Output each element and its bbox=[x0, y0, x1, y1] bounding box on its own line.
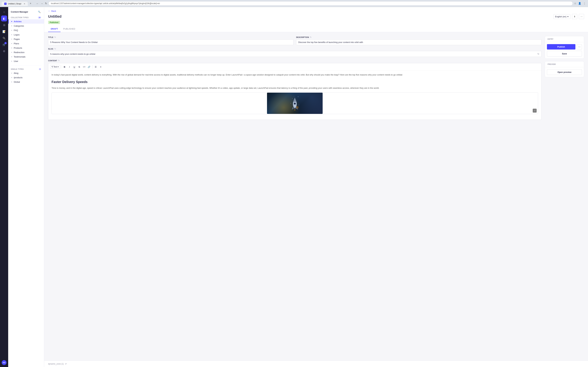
sidebar-icon-media[interactable]: ⊞ bbox=[1, 22, 7, 28]
editor-heading1: Faster Delivery Speeds bbox=[52, 79, 538, 84]
active-tab[interactable]: S Untitled | Strapi ✕ bbox=[2, 2, 28, 6]
sidebar-item-logos[interactable]: Logos bbox=[8, 33, 44, 37]
articles-label: Articles bbox=[14, 20, 22, 23]
svg-point-1 bbox=[298, 96, 298, 97]
text-format-icon: ¶ bbox=[52, 66, 53, 68]
profile-button[interactable]: 👤 bbox=[578, 1, 582, 6]
menu-button[interactable]: ⋮ bbox=[583, 1, 586, 6]
editor-body[interactable]: In today's fast-paced digital world, con… bbox=[48, 71, 541, 120]
collection-types-section: COLLECTION TYPES 10 Articles Categories … bbox=[8, 15, 44, 63]
description-input[interactable] bbox=[296, 39, 542, 45]
reload-button[interactable]: ↻ bbox=[44, 1, 48, 6]
open-preview-button[interactable]: Open preview bbox=[547, 69, 582, 75]
title-label-text: title bbox=[48, 36, 53, 38]
sidebar-item-faq[interactable]: FAQ bbox=[8, 28, 44, 33]
icon-sidebar: ⌂ ◧ ⊞ 📝 🔌 🛒 1 ⚙ KD bbox=[0, 7, 8, 367]
more-options-button[interactable]: ⋯ bbox=[579, 14, 584, 19]
sidebar-item-articles[interactable]: Articles bbox=[8, 19, 44, 24]
sidebar-item-products[interactable]: Products bbox=[8, 46, 44, 50]
link-button[interactable]: 🔗 bbox=[87, 65, 91, 69]
sidebar-item-global[interactable]: Global bbox=[8, 80, 44, 84]
publish-button-row: Publish ⋯ bbox=[547, 44, 582, 50]
publish-button[interactable]: Publish bbox=[547, 44, 575, 50]
cart-badge: 1 bbox=[4, 42, 7, 44]
slug-refresh-icon[interactable]: ↻ bbox=[537, 53, 539, 55]
slug-input[interactable] bbox=[50, 53, 536, 55]
numbered-list-button[interactable]: ≡ bbox=[98, 65, 103, 69]
browser-nav: ← → ↻ localhost:1337/admin/content-manag… bbox=[35, 1, 586, 6]
bold-button[interactable]: B bbox=[62, 65, 67, 69]
underline-button[interactable]: U bbox=[72, 65, 77, 69]
sidebar-icon-settings[interactable]: ⚙ bbox=[1, 48, 7, 54]
title-input[interactable] bbox=[48, 39, 294, 45]
sidebar-icon-content[interactable]: ◧ bbox=[1, 16, 7, 21]
slug-label: slug ↻ bbox=[48, 48, 542, 50]
sidebar-icon-home[interactable]: ⌂ bbox=[1, 9, 7, 15]
back-link-label: Back bbox=[51, 10, 56, 12]
language-label: English (en) bbox=[555, 15, 566, 18]
dynamic-zone-label: dynamic_zone (1) bbox=[48, 363, 64, 365]
tab-draft[interactable]: DRAFT bbox=[48, 26, 61, 32]
more-options-dropdown[interactable]: ⋯ bbox=[577, 44, 582, 50]
slug-label-text: slug bbox=[48, 48, 53, 50]
text-format-select[interactable]: ¶ Text ▾ bbox=[50, 65, 60, 69]
browser-tabs: S Untitled | Strapi ✕ + bbox=[2, 1, 33, 6]
tab-published[interactable]: PUBLISHED bbox=[61, 26, 78, 32]
description-field: description ↻ bbox=[296, 36, 542, 45]
content-sidebar-search-button[interactable]: 🔍 bbox=[37, 10, 41, 14]
user-avatar[interactable]: KD bbox=[2, 360, 7, 365]
svg-point-8 bbox=[294, 103, 295, 104]
slug-field-container: slug ↻ ↻ bbox=[48, 48, 542, 57]
back-link[interactable]: ← Back bbox=[48, 10, 584, 12]
back-arrow-icon: ← bbox=[48, 10, 50, 12]
logos-label: Logos bbox=[14, 33, 19, 36]
sidebar-icon-plugins[interactable]: 🔌 bbox=[1, 35, 7, 41]
sidebar-item-user[interactable]: User bbox=[8, 59, 44, 63]
status-badge: Published bbox=[48, 21, 60, 24]
save-button[interactable]: Save bbox=[547, 51, 582, 57]
back-nav-button[interactable]: ← bbox=[35, 1, 39, 6]
editor-intro: In today's fast-paced digital world, con… bbox=[52, 73, 538, 77]
categories-label: Categories bbox=[14, 25, 24, 27]
new-tab-button[interactable]: + bbox=[28, 1, 33, 6]
content-sidebar-title: Content Manager bbox=[11, 11, 28, 13]
address-text: localhost:1337/admin/content-manager/col… bbox=[51, 2, 160, 5]
code-button[interactable]: </> bbox=[82, 65, 86, 69]
bullet-list-button[interactable]: ☰ bbox=[93, 65, 98, 69]
expand-image-button[interactable]: ⤢ bbox=[533, 109, 537, 113]
sidebar-item-pages[interactable]: Pages bbox=[8, 37, 44, 41]
form-section: title ↻ description ↻ bbox=[48, 36, 542, 120]
sidebar-divider bbox=[11, 65, 41, 66]
address-bar[interactable]: localhost:1337/admin/content-manager/col… bbox=[48, 1, 573, 6]
sidebar-item-redirection[interactable]: Redirection bbox=[8, 50, 44, 55]
sidebar-item-plans[interactable]: Plans bbox=[8, 41, 44, 46]
products-label: Products bbox=[14, 47, 22, 49]
language-selector[interactable]: English (en) ▾ bbox=[553, 14, 570, 19]
page-title-row: Untitled English (en) ▾ ⬇ ⋯ bbox=[48, 14, 584, 19]
content-editor: ¶ Text ▾ B I U S </> 🔗 ☰ bbox=[48, 63, 542, 120]
sidebar-icon-docs[interactable]: 📝 bbox=[1, 29, 7, 34]
content-sidebar-header: Content Manager 🔍 bbox=[8, 7, 44, 15]
single-types-label: SINGLE TYPES bbox=[11, 68, 24, 70]
sidebar-item-categories[interactable]: Categories bbox=[8, 24, 44, 28]
download-button[interactable]: ⬇ bbox=[572, 14, 577, 19]
tabs: DRAFT PUBLISHED bbox=[48, 26, 584, 32]
svg-point-4 bbox=[294, 96, 294, 97]
blog-label: /blog bbox=[14, 72, 18, 74]
bookmark-button[interactable]: ☆ bbox=[573, 1, 577, 6]
preview-panel-body: Open preview bbox=[545, 67, 584, 77]
svg-point-3 bbox=[299, 105, 299, 105]
tab-close-icon[interactable]: ✕ bbox=[24, 3, 25, 5]
forward-nav-button[interactable]: → bbox=[40, 1, 44, 6]
testimonials-label: Testimonials bbox=[14, 56, 26, 58]
svg-point-9 bbox=[294, 108, 296, 109]
sidebar-item-blog[interactable]: /blog bbox=[8, 71, 44, 75]
sidebar-icon-cart[interactable]: 🛒 1 bbox=[1, 42, 7, 48]
products-dot bbox=[11, 48, 12, 48]
sidebar-item-testimonials[interactable]: Testimonials bbox=[8, 55, 44, 59]
strikethrough-button[interactable]: S bbox=[77, 65, 81, 69]
italic-button[interactable]: I bbox=[67, 65, 72, 69]
tab-favicon: S bbox=[4, 3, 7, 5]
sidebar-item-products-single[interactable]: /products bbox=[8, 75, 44, 80]
blog-dot bbox=[11, 73, 12, 74]
